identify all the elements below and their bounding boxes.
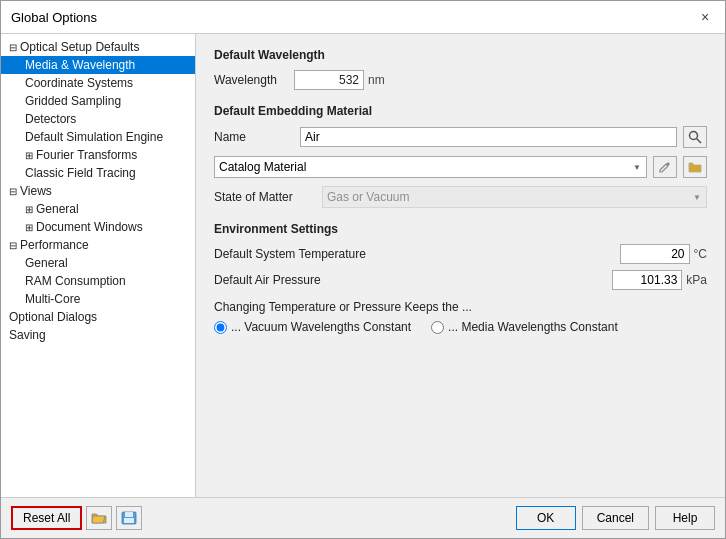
name-label: Name bbox=[214, 130, 294, 144]
temperature-input[interactable] bbox=[620, 244, 690, 264]
radio-vacuum-wavelengths[interactable]: ... Vacuum Wavelengths Constant bbox=[214, 320, 411, 334]
right-panel: Default Wavelength Wavelength nm Default… bbox=[196, 34, 725, 497]
radio-media-input[interactable] bbox=[431, 321, 444, 334]
tree-ram-consumption[interactable]: RAM Consumption bbox=[1, 272, 195, 290]
dialog-footer: Reset All OK Cancel Help bbox=[1, 497, 725, 538]
temperature-label: Default System Temperature bbox=[214, 247, 620, 261]
footer-right: OK Cancel Help bbox=[516, 506, 715, 530]
wavelength-label: Wavelength bbox=[214, 73, 294, 87]
tree-performance-general[interactable]: General bbox=[1, 254, 195, 272]
tree-multi-core[interactable]: Multi-Core bbox=[1, 290, 195, 308]
tree-optional-dialogs[interactable]: Optional Dialogs bbox=[1, 308, 195, 326]
tree-detectors[interactable]: Detectors bbox=[1, 110, 195, 128]
tree-classic-field-tracing[interactable]: Classic Field Tracing bbox=[1, 164, 195, 182]
svg-line-1 bbox=[697, 139, 702, 144]
tree-views-general[interactable]: ⊞ General bbox=[1, 200, 195, 218]
temperature-unit: °C bbox=[694, 247, 707, 261]
expand-icon-views: ⊟ bbox=[9, 186, 17, 197]
wavelength-row: Wavelength nm bbox=[214, 70, 707, 90]
svg-rect-4 bbox=[124, 518, 134, 523]
state-dropdown[interactable]: Gas or Vacuum Solid Liquid bbox=[322, 186, 707, 208]
tree-gridded-sampling[interactable]: Gridded Sampling bbox=[1, 92, 195, 110]
embedding-section-title: Default Embedding Material bbox=[214, 104, 707, 118]
open-folder-icon bbox=[91, 511, 107, 525]
name-row: Name bbox=[214, 126, 707, 148]
state-dropdown-container: Gas or Vacuum Solid Liquid bbox=[322, 186, 707, 208]
search-icon bbox=[688, 130, 702, 144]
folder-icon bbox=[688, 160, 702, 174]
expand-icon-performance: ⊟ bbox=[9, 240, 17, 251]
wavelength-section-title: Default Wavelength bbox=[214, 48, 707, 62]
close-button[interactable]: × bbox=[695, 7, 715, 27]
save-icon bbox=[121, 511, 137, 525]
tree-coordinate-systems[interactable]: Coordinate Systems bbox=[1, 74, 195, 92]
name-input[interactable] bbox=[300, 127, 677, 147]
radio-section-label: Changing Temperature or Pressure Keeps t… bbox=[214, 300, 707, 314]
pressure-unit: kPa bbox=[686, 273, 707, 287]
save-file-button[interactable] bbox=[116, 506, 142, 530]
tree-performance[interactable]: ⊟ Performance bbox=[1, 236, 195, 254]
wavelength-input-wrap: nm bbox=[294, 70, 385, 90]
environment-section: Environment Settings Default System Temp… bbox=[214, 222, 707, 334]
edit-button[interactable] bbox=[653, 156, 677, 178]
search-button[interactable] bbox=[683, 126, 707, 148]
left-panel: ⊟ Optical Setup Defaults Media & Wavelen… bbox=[1, 34, 196, 497]
expand-icon-optical: ⊟ bbox=[9, 42, 17, 53]
tree-optical-setup[interactable]: ⊟ Optical Setup Defaults bbox=[1, 38, 195, 56]
catalog-dropdown[interactable]: Catalog Material User Material bbox=[214, 156, 647, 178]
radio-section: Changing Temperature or Pressure Keeps t… bbox=[214, 300, 707, 334]
radio-options: ... Vacuum Wavelengths Constant ... Medi… bbox=[214, 320, 707, 334]
tree-saving[interactable]: Saving bbox=[1, 326, 195, 344]
state-row: State of Matter Gas or Vacuum Solid Liqu… bbox=[214, 186, 707, 208]
wavelength-input[interactable] bbox=[294, 70, 364, 90]
pencil-icon bbox=[658, 160, 672, 174]
catalog-dropdown-row: Catalog Material User Material bbox=[214, 156, 707, 178]
svg-rect-3 bbox=[125, 512, 133, 517]
tree-fourier-transforms[interactable]: ⊞ Fourier Transforms bbox=[1, 146, 195, 164]
pressure-row: Default Air Pressure kPa bbox=[214, 270, 707, 290]
tree-document-windows[interactable]: ⊞ Document Windows bbox=[1, 218, 195, 236]
reset-all-button[interactable]: Reset All bbox=[11, 506, 82, 530]
dialog-body: ⊟ Optical Setup Defaults Media & Wavelen… bbox=[1, 34, 725, 497]
tree-views[interactable]: ⊟ Views bbox=[1, 182, 195, 200]
temperature-input-wrap: °C bbox=[620, 244, 707, 264]
env-section-title: Environment Settings bbox=[214, 222, 707, 236]
tree-default-simulation-engine[interactable]: Default Simulation Engine bbox=[1, 128, 195, 146]
global-options-dialog: Global Options × ⊟ Optical Setup Default… bbox=[0, 0, 726, 539]
wavelength-section: Default Wavelength Wavelength nm bbox=[214, 48, 707, 90]
cancel-button[interactable]: Cancel bbox=[582, 506, 649, 530]
wavelength-unit: nm bbox=[368, 73, 385, 87]
dialog-title: Global Options bbox=[11, 10, 97, 25]
temperature-row: Default System Temperature °C bbox=[214, 244, 707, 264]
state-label: State of Matter bbox=[214, 190, 314, 204]
open-file-button[interactable] bbox=[86, 506, 112, 530]
footer-left: Reset All bbox=[11, 506, 142, 530]
help-button[interactable]: Help bbox=[655, 506, 715, 530]
pressure-input[interactable] bbox=[612, 270, 682, 290]
folder-button[interactable] bbox=[683, 156, 707, 178]
radio-media-wavelengths[interactable]: ... Media Wavelengths Constant bbox=[431, 320, 618, 334]
catalog-dropdown-container: Catalog Material User Material bbox=[214, 156, 647, 178]
title-bar: Global Options × bbox=[1, 1, 725, 34]
embedding-section: Default Embedding Material Name Ca bbox=[214, 104, 707, 208]
ok-button[interactable]: OK bbox=[516, 506, 576, 530]
pressure-input-wrap: kPa bbox=[612, 270, 707, 290]
radio-vacuum-input[interactable] bbox=[214, 321, 227, 334]
pressure-label: Default Air Pressure bbox=[214, 273, 612, 287]
svg-point-0 bbox=[690, 132, 698, 140]
tree-media-wavelength[interactable]: Media & Wavelength bbox=[1, 56, 195, 74]
